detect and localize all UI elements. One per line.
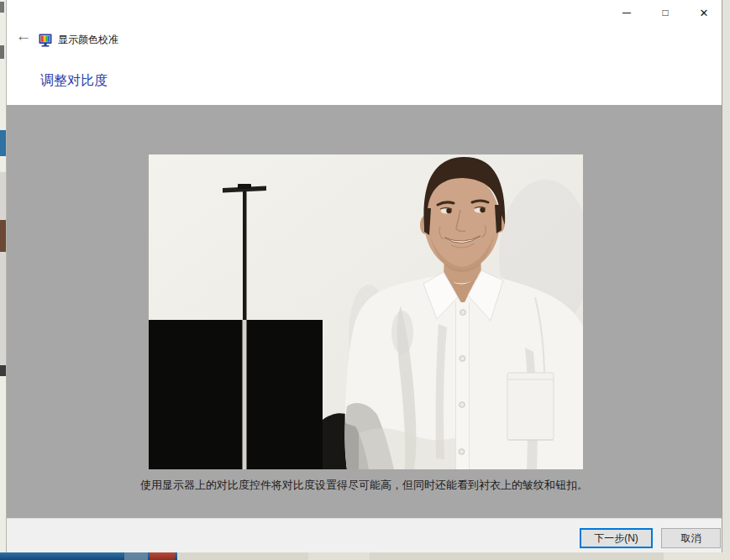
taskbar-segment (308, 552, 370, 560)
next-button-label: 下一步(N) (594, 531, 638, 546)
back-button[interactable]: ← (13, 26, 34, 46)
background-text-fragment (0, 2, 4, 13)
taskbar[interactable] (0, 552, 730, 560)
taskbar-icon[interactable] (124, 552, 148, 560)
display-color-calibration-window: ─ □ ✕ ← 显示颜色校准 调整对比度 (6, 0, 722, 552)
cancel-button-label: 取消 (681, 531, 701, 546)
cancel-button[interactable]: 取消 (661, 528, 721, 548)
close-button[interactable]: ✕ (685, 0, 723, 25)
minimize-icon: ─ (622, 6, 631, 19)
next-button[interactable]: 下一步(N) (580, 528, 653, 548)
background-titlebar-fragment (0, 130, 6, 156)
background-window-sliver-left (0, 0, 6, 560)
taskbar-icon[interactable] (150, 552, 175, 560)
taskbar-blue-section (0, 552, 177, 560)
background-photo-detail (0, 220, 6, 252)
close-icon: ✕ (700, 7, 709, 19)
minimize-button[interactable]: ─ (607, 0, 646, 25)
contrast-sample-photo (149, 154, 583, 469)
app-title: 显示颜色校准 (58, 33, 118, 47)
maximize-button[interactable]: □ (646, 0, 685, 25)
footer-bar: 下一步(N) 取消 (7, 518, 722, 552)
background-text-fragment (0, 45, 4, 59)
background-text-fragment (0, 365, 6, 376)
back-arrow-icon: ← (16, 27, 32, 44)
taskbar-segment (664, 552, 730, 560)
shirt-pocket (507, 373, 554, 440)
display-calibration-app-icon (39, 34, 52, 47)
instruction-text: 使用显示器上的对比度控件将对比度设置得尽可能高，但同时还能看到衬衣上的皱纹和钮扣… (7, 478, 722, 493)
content-area: 使用显示器上的对比度控件将对比度设置得尽可能高，但同时还能看到衬衣上的皱纹和钮扣… (7, 105, 722, 518)
page-heading: 调整对比度 (40, 72, 108, 90)
background-photo-fragment (0, 172, 6, 374)
maximize-icon: □ (662, 7, 668, 18)
